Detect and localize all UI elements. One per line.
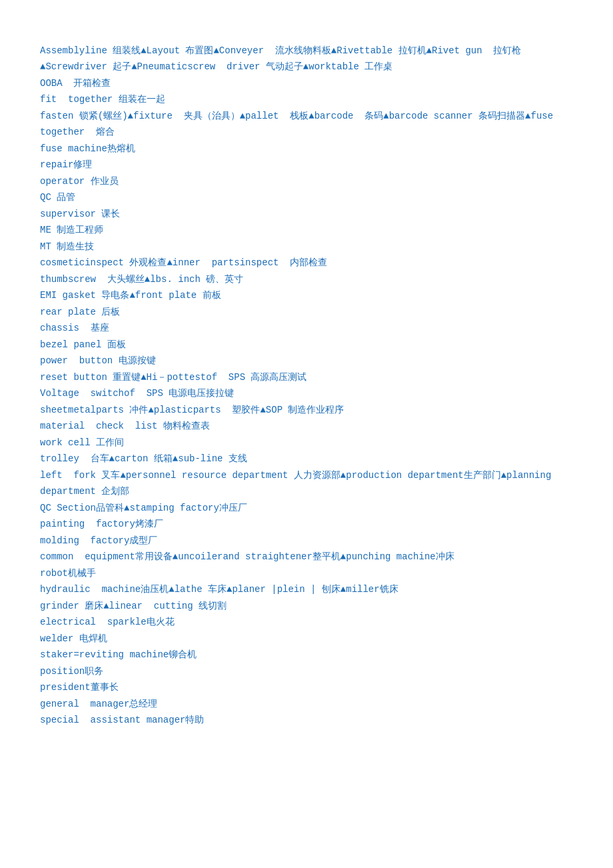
text-line-1: OOBA 开箱检查 <box>40 75 573 92</box>
text-line-35: position职务 <box>40 663 573 680</box>
text-line-22: work cell 工作间 <box>40 435 573 451</box>
text-line-19: Voltage switchof SPS 电源电压接拉键 <box>40 385 573 402</box>
text-line-14: rear plate 后板 <box>40 304 573 321</box>
text-line-13: EMI gasket 导电条▲front plate 前板 <box>40 287 573 304</box>
text-line-7: QC 品管 <box>40 189 573 206</box>
text-line-3: fasten 锁紧(螺丝)▲fixture 夹具（治具）▲pallet 栈板▲b… <box>40 108 573 141</box>
text-line-16: bezel panel 面板 <box>40 337 573 353</box>
text-line-30: hydraulic machine油压机▲lathe 车床▲planer |pl… <box>40 581 573 598</box>
text-line-8: supervisor 课长 <box>40 206 573 223</box>
text-line-2: fit together 组装在一起 <box>40 91 573 108</box>
text-line-23: trolley 台车▲carton 纸箱▲sub-line 支线 <box>40 451 573 467</box>
text-line-26: painting factory烤漆厂 <box>40 516 573 533</box>
text-line-4: fuse machine热熔机 <box>40 141 573 157</box>
text-line-25: QC Section品管科▲stamping factory冲压厂 <box>40 500 573 517</box>
text-line-27: molding factory成型厂 <box>40 533 573 549</box>
text-line-6: operator 作业员 <box>40 173 573 190</box>
text-line-31: grinder 磨床▲linear cutting 线切割 <box>40 598 573 615</box>
text-line-5: repair修理 <box>40 157 573 173</box>
text-line-11: cosmeticinspect 外观检查▲inner partsinspect … <box>40 255 573 271</box>
text-line-18: reset button 重置键▲Hi－pottestof SPS 高源高压测试 <box>40 369 573 386</box>
text-line-9: ME 制造工程师 <box>40 222 573 239</box>
text-line-28: common equipment常用设备▲uncoilerand straigh… <box>40 549 573 565</box>
text-line-34: staker=reviting machine铆合机 <box>40 647 573 663</box>
text-line-24: left fork 叉车▲personnel resource departme… <box>40 467 573 500</box>
text-line-20: sheetmetalparts 冲件▲plasticparts 塑胶件▲SOP … <box>40 402 573 419</box>
main-content: Assemblyline 组装线▲Layout 布置图▲Conveyer 流水线… <box>40 27 573 729</box>
text-line-29: robot机械手 <box>40 565 573 582</box>
text-line-33: welder 电焊机 <box>40 631 573 647</box>
text-line-15: chassis 基座 <box>40 320 573 337</box>
text-line-32: electrical sparkle电火花 <box>40 614 573 631</box>
text-line-37: general manager总经理 <box>40 696 573 713</box>
text-line-38: special assistant manager特助 <box>40 712 573 729</box>
text-line-17: power button 电源按键 <box>40 353 573 369</box>
text-line-12: thumbscrew 大头螺丝▲lbs. inch 磅、英寸 <box>40 271 573 288</box>
text-line-21: material check list 物料检查表 <box>40 418 573 435</box>
text-line-10: MT 制造生技 <box>40 239 573 255</box>
text-line-0: Assemblyline 组装线▲Layout 布置图▲Conveyer 流水线… <box>40 43 573 75</box>
text-line-36: president董事长 <box>40 679 573 696</box>
